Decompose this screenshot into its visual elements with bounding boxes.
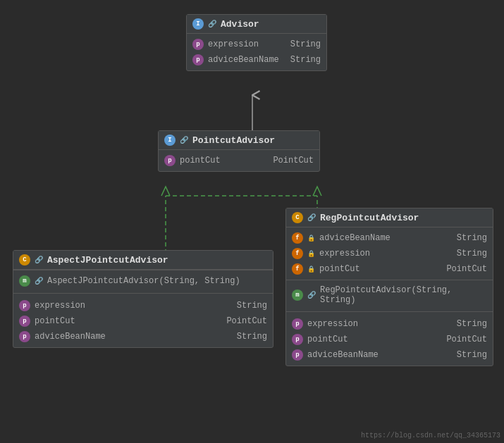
- reg-bean-icon: 🔗: [307, 213, 316, 222]
- advisor-bean-icon: 🔗: [208, 20, 216, 28]
- field-name: pointCut: [35, 316, 222, 326]
- field-name: adviceBeanName: [35, 332, 233, 342]
- field-visibility-icon: p: [19, 300, 30, 311]
- field-visibility-icon: p: [19, 316, 30, 327]
- field-name: adviceBeanName: [307, 350, 453, 360]
- reg-field-expression-p: p expression String: [286, 316, 493, 332]
- aspectj-field-pointcut: p pointCut PointCut: [13, 313, 273, 329]
- advisor-field-adviceBeanName: p adviceBeanName String: [187, 52, 326, 68]
- watermark: https://blog.csdn.net/qq_34365173: [361, 432, 500, 439]
- pointcutadvisor-header: I 🔗 PointcutAdvisor: [159, 131, 319, 150]
- advisor-fields: p expression String p adviceBeanName Str…: [187, 34, 326, 70]
- lock-icon: 🔒: [307, 235, 315, 242]
- aspectj-constructor: m 🔗 AspectJPointcutAdvisor(String, Strin…: [13, 273, 273, 289]
- aspectj-box: C 🔗 AspectJPointcutAdvisor m 🔗 AspectJPo…: [13, 250, 273, 348]
- aspectj-bean-icon: 🔗: [35, 256, 43, 264]
- diagram-container: I 🔗 Advisor p expression String p advice…: [0, 0, 504, 443]
- reg-constructor: m 🔗 RegPointcutAdvisor(String, String): [286, 283, 493, 307]
- field-name: expression: [208, 39, 286, 49]
- field-visibility-icon: p: [292, 349, 303, 361]
- reg-fields-top: f 🔒 adviceBeanName String f 🔒 expression…: [286, 227, 493, 280]
- field-name: expression: [35, 301, 233, 311]
- field-type: PointCut: [273, 156, 314, 166]
- method-bean-icon: 🔗: [307, 291, 316, 299]
- field-type: String: [237, 301, 267, 311]
- field-type: String: [290, 55, 321, 65]
- method-name: AspectJPointcutAdvisor(String, String): [47, 276, 240, 286]
- field-type: PointCut: [226, 316, 267, 326]
- reg-field-advicebeanname-f: f 🔒 adviceBeanName String: [286, 230, 493, 246]
- pointcutadvisor-icon: I: [164, 135, 176, 146]
- field-visibility-icon: f: [292, 263, 303, 275]
- aspectj-methods: m 🔗 AspectJPointcutAdvisor(String, Strin…: [13, 270, 273, 292]
- field-visibility-icon: p: [19, 331, 30, 342]
- reg-field-pointcut-f: f 🔒 pointCut PointCut: [286, 261, 493, 277]
- field-name: expression: [319, 249, 453, 258]
- method-name: RegPointcutAdvisor(String, String): [320, 285, 487, 305]
- field-name: adviceBeanName: [319, 233, 453, 243]
- aspectj-fields: p expression String p pointCut PointCut …: [13, 295, 273, 347]
- advisor-title: Advisor: [221, 19, 259, 30]
- field-type: String: [290, 39, 321, 49]
- advisor-header: I 🔗 Advisor: [187, 15, 326, 34]
- reg-field-expression-f: f 🔒 expression String: [286, 246, 493, 261]
- field-name: pointCut: [180, 156, 269, 166]
- field-type: String: [457, 350, 487, 360]
- field-name: pointCut: [319, 264, 442, 274]
- aspectj-icon: C: [19, 254, 30, 266]
- aspectj-field-advicebeanname: p adviceBeanName String: [13, 329, 273, 344]
- advisor-field-expression: p expression String: [187, 37, 326, 52]
- lock-icon: 🔒: [307, 266, 315, 273]
- advisor-icon: I: [192, 18, 204, 30]
- field-name: pointCut: [307, 335, 442, 344]
- reg-box: C 🔗 RegPointcutAdvisor f 🔒 adviceBeanNam…: [285, 208, 493, 366]
- pointcutadvisor-field-pointcut: p pointCut PointCut: [159, 153, 319, 168]
- field-visibility-icon: p: [192, 39, 204, 50]
- field-type: String: [237, 332, 267, 342]
- field-type: String: [457, 249, 487, 258]
- field-visibility-icon: p: [192, 54, 204, 65]
- field-type: PointCut: [446, 264, 487, 274]
- field-visibility-icon: p: [164, 155, 176, 166]
- aspectj-field-expression: p expression String: [13, 298, 273, 313]
- field-type: String: [457, 233, 487, 243]
- field-visibility-icon: f: [292, 232, 303, 244]
- aspectj-title: AspectJPointcutAdvisor: [47, 255, 168, 266]
- pointcutadvisor-title: PointcutAdvisor: [192, 135, 275, 146]
- lock-icon: 🔒: [307, 250, 315, 258]
- reg-field-advicebeanname-p: p adviceBeanName String: [286, 347, 493, 363]
- pointcutadvisor-bean-icon: 🔗: [180, 136, 188, 144]
- reg-title: RegPointcutAdvisor: [320, 213, 419, 223]
- field-type: String: [457, 319, 487, 329]
- reg-field-pointcut-p: p pointCut PointCut: [286, 332, 493, 347]
- field-name: expression: [307, 319, 453, 329]
- field-type: PointCut: [446, 335, 487, 344]
- method-visibility-icon: m: [19, 275, 30, 287]
- field-visibility-icon: p: [292, 334, 303, 345]
- pointcutadvisor-fields: p pointCut PointCut: [159, 150, 319, 171]
- reg-methods: m 🔗 RegPointcutAdvisor(String, String): [286, 280, 493, 310]
- aspectj-header: C 🔗 AspectJPointcutAdvisor: [13, 251, 273, 270]
- field-name: adviceBeanName: [208, 55, 286, 65]
- field-visibility-icon: p: [292, 318, 303, 330]
- advisor-box: I 🔗 Advisor p expression String p advice…: [186, 14, 327, 71]
- field-visibility-icon: f: [292, 248, 303, 259]
- reg-icon: C: [292, 212, 303, 223]
- reg-header: C 🔗 RegPointcutAdvisor: [286, 208, 493, 227]
- method-bean-icon: 🔗: [35, 277, 43, 285]
- pointcutadvisor-box: I 🔗 PointcutAdvisor p pointCut PointCut: [158, 130, 320, 172]
- method-visibility-icon: m: [292, 289, 303, 301]
- reg-fields-bottom: p expression String p pointCut PointCut …: [286, 313, 493, 366]
